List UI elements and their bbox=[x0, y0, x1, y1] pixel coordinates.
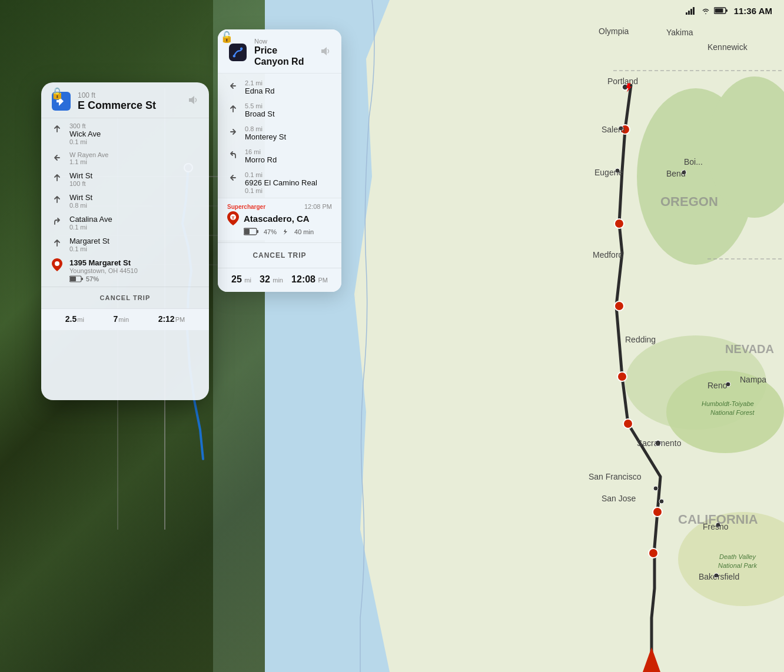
svg-text:National Forest: National Forest bbox=[710, 409, 755, 416]
nav-panel-header: Now Price Canyon Rd bbox=[218, 29, 341, 74]
svg-point-13 bbox=[649, 548, 658, 558]
svg-text:Eugene: Eugene bbox=[594, 168, 623, 177]
status-time: 11:36 AM bbox=[734, 6, 772, 16]
left-bottom-bar: 2.5mi 7min 2:12PM bbox=[41, 308, 209, 330]
svg-rect-57 bbox=[715, 9, 723, 13]
svg-text:National Park: National Park bbox=[718, 562, 758, 569]
svg-text:Kennewick: Kennewick bbox=[707, 42, 748, 52]
svg-text:Nampa: Nampa bbox=[740, 375, 766, 384]
svg-rect-63 bbox=[70, 277, 76, 281]
svg-text:Portland: Portland bbox=[607, 76, 638, 86]
left-destination: 1395 Margaret St Youngstown, OH 44510 57… bbox=[41, 255, 209, 285]
svg-point-65 bbox=[233, 55, 235, 57]
turn-item-catalina: Catalina Ave 0.1 mi bbox=[41, 212, 209, 234]
sound-button-right[interactable] bbox=[319, 45, 332, 60]
sound-button-left[interactable] bbox=[187, 94, 200, 109]
turn-item-wrayen: W Rayen Ave 1.1 mi bbox=[41, 148, 209, 168]
turn-elcamino: 0.1 mi 6926 El Camino Real 0.1 mi bbox=[218, 168, 341, 198]
svg-rect-56 bbox=[726, 9, 727, 12]
left-header-info: 100 ft E Commerce St bbox=[78, 91, 181, 112]
svg-text:Boi...: Boi... bbox=[684, 157, 703, 167]
nav-eta-stat: 12:08 PM bbox=[291, 274, 328, 285]
svg-text:Medford: Medford bbox=[593, 250, 623, 260]
svg-rect-62 bbox=[81, 278, 83, 280]
status-bar: 11:36 AM bbox=[213, 0, 784, 21]
svg-text:T: T bbox=[232, 215, 235, 221]
turn-edna: 2.1 mi Edna Rd bbox=[218, 76, 341, 99]
cancel-trip-button-right[interactable]: CANCEL TRIP bbox=[218, 242, 341, 268]
svg-rect-53 bbox=[690, 9, 692, 15]
nav-bottom-bar: 25 mi 32 min 12:08 PM bbox=[218, 268, 341, 292]
svg-point-66 bbox=[240, 48, 242, 50]
right-turn-list: 2.1 mi Edna Rd 5.5 mi Broad St bbox=[218, 74, 341, 242]
svg-rect-51 bbox=[686, 12, 687, 15]
left-time-stat: 7min bbox=[113, 314, 129, 324]
svg-point-11 bbox=[623, 419, 633, 428]
svg-text:Salem: Salem bbox=[602, 125, 625, 134]
wifi-icon bbox=[701, 7, 710, 14]
svg-text:Bend: Bend bbox=[666, 169, 686, 178]
signal-icon bbox=[686, 6, 697, 15]
turn-monterey: 0.8 mi Monterey St bbox=[218, 122, 341, 145]
svg-text:Yakima: Yakima bbox=[666, 28, 693, 37]
left-nav-panel: 100 ft E Commerce St 300 ft Wick Ave 0.1… bbox=[41, 82, 209, 400]
svg-rect-71 bbox=[244, 229, 250, 234]
svg-text:Olympia: Olympia bbox=[599, 26, 629, 36]
svg-point-10 bbox=[617, 372, 627, 381]
svg-point-20 bbox=[659, 499, 664, 504]
status-icons bbox=[686, 6, 728, 15]
current-street: E Commerce St bbox=[78, 99, 181, 112]
left-turn-list: 300 ft Wick Ave 0.1 mi W Rayen Ave 1.1 m… bbox=[41, 118, 209, 287]
svg-text:Bakersfield: Bakersfield bbox=[699, 572, 739, 581]
nav-street-info: Now Price Canyon Rd bbox=[254, 38, 313, 67]
supercharger-stop: Supercharger 12:08 PM T Atascadero, CA bbox=[218, 198, 341, 240]
lock-icon-right: 🔓 bbox=[220, 31, 233, 44]
turn-item-wirt2: Wirt St 0.8 mi bbox=[41, 190, 209, 212]
nav-time-stat: 32 min bbox=[260, 274, 283, 285]
svg-text:NEVADA: NEVADA bbox=[725, 342, 774, 355]
cancel-trip-button-left[interactable]: CANCEL TRIP bbox=[41, 287, 209, 308]
svg-text:San Francisco: San Francisco bbox=[589, 472, 642, 481]
left-eta-stat: 2:12PM bbox=[158, 314, 185, 324]
svg-text:Death Valley: Death Valley bbox=[719, 553, 756, 560]
svg-text:Reno: Reno bbox=[707, 381, 727, 390]
svg-rect-70 bbox=[257, 230, 258, 233]
svg-rect-64 bbox=[229, 44, 247, 61]
svg-point-12 bbox=[653, 507, 662, 517]
current-distance: 100 ft bbox=[78, 91, 181, 99]
svg-point-8 bbox=[614, 219, 624, 228]
svg-rect-54 bbox=[693, 7, 695, 15]
svg-point-19 bbox=[653, 486, 658, 491]
turn-morro: 16 mi Morro Rd bbox=[218, 145, 341, 168]
svg-point-60 bbox=[55, 261, 59, 266]
lock-icon-left: 🔓 bbox=[51, 87, 65, 101]
turn-item-margaret: Margaret St 0.1 mi bbox=[41, 234, 209, 255]
turn-broad: 5.5 mi Broad St bbox=[218, 99, 341, 122]
battery-icon bbox=[714, 7, 728, 14]
turn-item-wirt1: Wirt St 100 ft bbox=[41, 168, 209, 190]
route-icon bbox=[227, 42, 248, 63]
svg-text:Humboldt-Toiyabe: Humboldt-Toiyabe bbox=[702, 400, 754, 407]
svg-text:CALIFORNIA: CALIFORNIA bbox=[678, 512, 758, 527]
turn-item-wick: 300 ft Wick Ave 0.1 mi bbox=[41, 119, 209, 148]
left-distance-stat: 2.5mi bbox=[65, 314, 84, 324]
svg-text:OREGON: OREGON bbox=[660, 194, 718, 209]
svg-rect-52 bbox=[688, 11, 690, 15]
nav-distance-stat: 25 mi bbox=[231, 274, 251, 285]
right-nav-panel: Now Price Canyon Rd 2.1 mi Edna Rd bbox=[218, 29, 341, 292]
svg-text:Redding: Redding bbox=[625, 335, 656, 344]
svg-text:Sacramento: Sacramento bbox=[637, 438, 682, 448]
svg-text:San Jose: San Jose bbox=[602, 494, 636, 503]
left-panel-header: 100 ft E Commerce St bbox=[41, 82, 209, 118]
svg-point-9 bbox=[614, 301, 624, 311]
